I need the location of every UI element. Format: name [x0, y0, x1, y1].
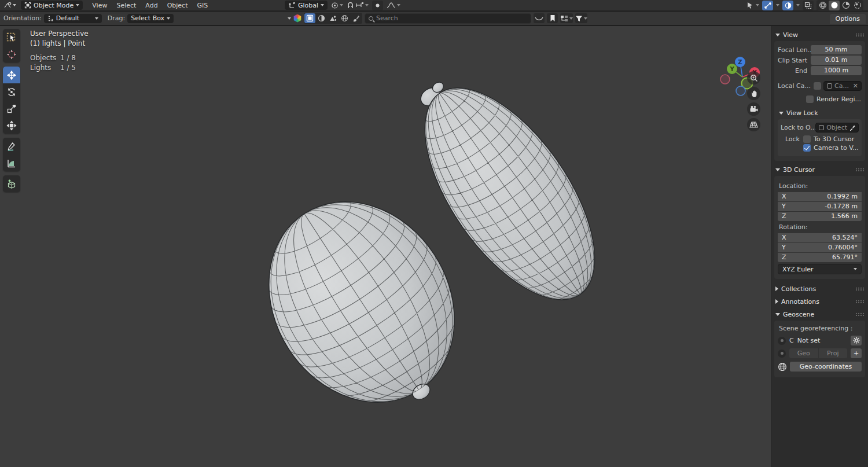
bookmark-button[interactable]	[547, 13, 558, 23]
rotation-mode-dropdown[interactable]: XYZ Euler	[778, 264, 862, 274]
tool-scale[interactable]	[3, 100, 20, 117]
falloff-curve-icon	[387, 2, 396, 9]
tool-select-box[interactable]	[3, 29, 20, 46]
geo-coordinates-button[interactable]: Geo-coordinates	[790, 362, 862, 372]
field-focal-length[interactable]: Focal Len... 50 mm	[778, 45, 862, 54]
shading-wireframe-button[interactable]	[817, 1, 828, 10]
local-camera-checkbox[interactable]	[814, 82, 821, 90]
panel-header-annotations[interactable]: Annotations	[774, 295, 865, 308]
transform-orientation-dropdown[interactable]: Global	[285, 1, 328, 10]
cursor-rotation-z[interactable]: Z65.791°	[778, 253, 862, 262]
gis-terrain-toggle[interactable]	[328, 13, 339, 23]
proportional-falloff-dropdown[interactable]	[387, 1, 400, 10]
eyedropper-icon[interactable]	[849, 125, 855, 131]
gis-globe-toggle[interactable]	[339, 13, 350, 23]
cursor-location-z[interactable]: Z1.566 m	[778, 212, 862, 221]
panel-grip-icon[interactable]	[855, 312, 864, 316]
field-clip-end[interactable]: End 1000 m	[778, 66, 862, 75]
cursor-location-x[interactable]: X0.1992 m	[778, 192, 862, 201]
add-crs-button[interactable]: +	[851, 348, 862, 358]
xray-toggle[interactable]	[803, 1, 814, 10]
tool-annotate[interactable]	[3, 138, 20, 155]
lock-object-field[interactable]: Object	[815, 123, 859, 133]
shading-rendered-button[interactable]	[852, 1, 863, 10]
panel-header-view[interactable]: View	[774, 28, 865, 41]
local-camera-field[interactable]: Ca... ✕	[823, 81, 862, 91]
tool-rotate[interactable]	[3, 83, 20, 100]
field-value[interactable]: 0.01 m	[811, 56, 862, 65]
crs-letter: C	[789, 337, 794, 344]
menu-object[interactable]: Object	[163, 0, 193, 11]
drag-label: Drag:	[108, 14, 125, 22]
tool-settings-bar: Orientation: Default Drag: Select Box	[0, 12, 868, 25]
field-value[interactable]: 1000 m	[811, 66, 862, 75]
field-clip-start[interactable]: Clip Start 0.01 m	[778, 56, 862, 65]
viewport-3d[interactable]: Z Y X User Perspective (1) lights | Poin…	[0, 26, 771, 467]
gizmos-toggle[interactable]	[762, 1, 773, 10]
camera-to-view-checkbox[interactable]	[803, 144, 811, 152]
gizmo-neg-z-axis[interactable]	[736, 86, 745, 95]
crs-settings-button[interactable]	[851, 336, 862, 345]
snapping-controls[interactable]	[347, 1, 369, 10]
search-input[interactable]	[376, 14, 527, 22]
shading-solid-button[interactable]	[829, 1, 840, 10]
mode-label: Object Mode	[34, 2, 73, 9]
pivot-point-dropdown[interactable]	[331, 1, 343, 10]
perspective-toggle-button[interactable]	[747, 118, 760, 131]
clear-icon[interactable]: ✕	[853, 82, 858, 90]
shading-material-button[interactable]	[840, 1, 851, 10]
pan-view-button[interactable]	[747, 87, 760, 100]
tool-add-primitive[interactable]	[3, 175, 20, 192]
mode-selector[interactable]: Object Mode	[21, 1, 83, 10]
panel-grip-icon[interactable]	[855, 168, 864, 171]
menu-gis[interactable]: GIS	[192, 0, 212, 11]
render-region-checkbox[interactable]	[806, 95, 814, 103]
drag-dropdown[interactable]: Select Box	[127, 14, 174, 23]
gis-contrast-toggle[interactable]	[316, 13, 327, 23]
panel-header-geoscene[interactable]: Geoscene	[774, 308, 865, 321]
tool-transform[interactable]	[3, 117, 20, 134]
panel-grip-icon[interactable]	[855, 33, 864, 36]
panel-header-collections[interactable]: Collections	[774, 282, 865, 295]
panel-header-view-lock[interactable]: View Lock	[778, 106, 862, 119]
panel-grip-icon[interactable]	[855, 287, 864, 291]
viewport-canvas[interactable]: Z Y X	[0, 26, 771, 467]
gizmo-neg-x-axis[interactable]	[720, 75, 730, 84]
crs-radio-icon[interactable]	[778, 337, 786, 345]
collapse-toolbar-chevron[interactable]	[288, 17, 291, 20]
panel-header-3d-cursor[interactable]: 3D Cursor	[774, 163, 865, 176]
gis-select-toggle[interactable]	[304, 13, 315, 23]
proportional-editing-toggle[interactable]	[372, 1, 383, 10]
editor-type-button[interactable]	[3, 1, 16, 10]
cursor-rotation-y[interactable]: Y0.76004°	[778, 243, 862, 252]
options-button[interactable]: Options	[830, 14, 866, 24]
zoom-view-button[interactable]	[747, 71, 760, 84]
cursor-location-y[interactable]: Y-0.1728 m	[778, 202, 862, 211]
camera-view-button[interactable]	[747, 102, 760, 116]
geo-radio-icon[interactable]	[778, 350, 786, 358]
panel-grip-icon[interactable]	[855, 300, 864, 303]
tool-move[interactable]	[3, 67, 20, 83]
filter-funnel-icon	[575, 15, 583, 22]
active-object: (1) lights | Point	[30, 39, 89, 49]
overlays-toggle[interactable]	[782, 1, 793, 10]
tool-cursor[interactable]	[3, 46, 20, 62]
orientation-dropdown[interactable]: Default	[44, 14, 102, 23]
geo-button[interactable]: Geo	[789, 348, 818, 358]
falloff-preset-button[interactable]	[534, 13, 545, 23]
basemap-source-icon[interactable]	[293, 14, 301, 23]
tool-measure[interactable]	[3, 155, 20, 171]
axis-value: 63.524°	[832, 233, 858, 242]
menu-add[interactable]: Add	[141, 0, 162, 11]
menu-select[interactable]: Select	[112, 0, 141, 11]
search-field[interactable]	[365, 13, 531, 24]
filter-dropdown[interactable]	[575, 13, 587, 23]
field-value[interactable]: 50 mm	[811, 45, 862, 54]
proj-button[interactable]: Proj	[819, 348, 848, 358]
cursor-rotation-x[interactable]: X63.524°	[778, 233, 862, 242]
to-3d-cursor-checkbox[interactable]	[803, 135, 811, 143]
object-visibility-dropdown[interactable]	[746, 1, 759, 10]
menu-view[interactable]: View	[87, 0, 112, 11]
layout-dropdown[interactable]	[560, 13, 573, 23]
gis-brush-toggle[interactable]	[351, 13, 362, 23]
